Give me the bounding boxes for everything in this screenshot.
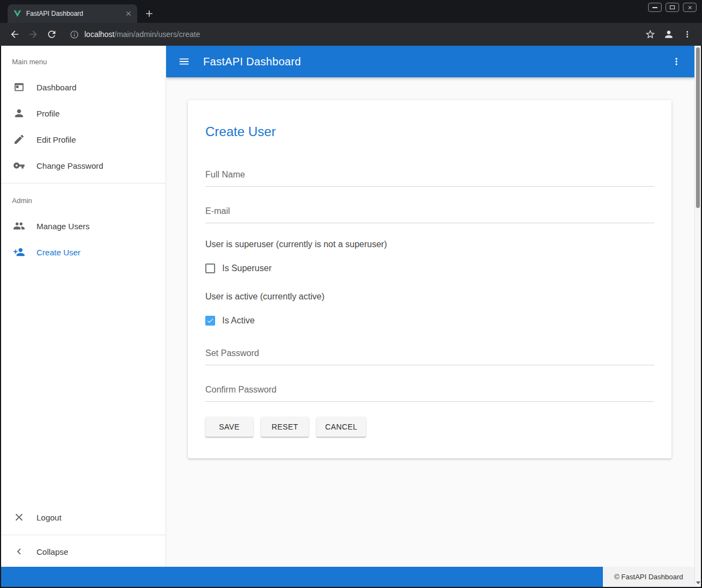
maximize-icon [670,5,675,9]
confirm-password-field [205,383,654,402]
close-icon [687,5,693,10]
url-path: /main/admin/users/create [114,30,200,39]
sidebar-item-label: Profile [36,109,60,118]
key-icon [13,160,25,171]
full-name-input[interactable] [205,168,654,187]
url-host: localhost [84,30,114,39]
sidebar-item-edit-profile[interactable]: Edit Profile [1,126,166,152]
email-field [205,204,654,223]
browser-window: FastAPI Dashboard localhost/m [0,0,702,588]
is-active-checkbox[interactable] [205,316,215,326]
sidebar-item-label: Dashboard [36,83,76,92]
superuser-hint: User is superuser (currently is not a su… [205,240,654,249]
sidebar-section-main-menu: Main menu [12,58,166,66]
person-icon [13,107,25,119]
sidebar: Main menu Dashboard Profile Edit Profile… [1,46,166,567]
sidebar-item-label: Logout [36,513,62,522]
page-content: Create User User is superuser (currently… [166,77,694,458]
sidebar-item-dashboard[interactable]: Dashboard [1,74,166,100]
person-add-icon [13,246,25,258]
tab-close-icon[interactable] [124,9,133,18]
sidebar-item-change-password[interactable]: Change Password [1,152,166,179]
is-superuser-label: Is Superuser [222,264,272,273]
is-active-checkbox-row[interactable]: Is Active [205,316,654,326]
set-password-field [205,346,654,365]
create-user-card: Create User User is superuser (currently… [188,100,672,458]
hamburger-menu-button[interactable] [175,52,193,71]
profile-button[interactable] [660,25,678,44]
sidebar-item-manage-users[interactable]: Manage Users [1,213,166,239]
footer-copyright: © FastAPI Dashboard [614,573,683,581]
cancel-button[interactable]: CANCEL [316,417,366,437]
kebab-menu-icon [682,29,692,39]
sidebar-item-label: Change Password [36,161,103,170]
page-title: Create User [205,124,654,139]
page-scrollbar[interactable] [694,46,701,587]
star-icon [645,29,656,40]
edit-icon [13,133,25,145]
sidebar-item-logout[interactable]: Logout [1,504,166,530]
minimize-icon [652,7,657,8]
browser-toolbar: localhost/main/admin/users/create [0,23,702,46]
reset-button[interactable]: RESET [261,417,309,437]
form-actions: SAVE RESET CANCEL [205,417,654,437]
collapse-icon [13,546,25,558]
set-password-input[interactable] [205,346,654,365]
hamburger-menu-icon [178,56,190,68]
browser-tab[interactable]: FastAPI Dashboard [8,4,137,23]
back-button[interactable] [5,25,24,44]
sidebar-section-admin: Admin [12,197,166,205]
footer-copyright-area: © FastAPI Dashboard [603,567,694,587]
sidebar-item-collapse[interactable]: Collapse [1,540,166,564]
app-title: FastAPI Dashboard [203,56,301,68]
confirm-password-input[interactable] [205,383,654,402]
full-name-field [205,168,654,187]
reload-button[interactable] [42,25,61,44]
is-active-label: Is Active [222,316,255,326]
sidebar-item-create-user[interactable]: Create User [1,239,166,265]
email-input[interactable] [205,204,654,223]
dashboard-icon [13,81,25,93]
sidebar-spacer [1,265,166,504]
address-bar[interactable]: localhost/main/admin/users/create [65,26,637,43]
info-icon [70,30,79,39]
is-superuser-checkbox[interactable] [205,264,215,273]
scrollbar-thumb[interactable] [696,47,700,208]
bookmark-button[interactable] [641,25,660,44]
window-controls [648,3,697,12]
close-button[interactable] [683,3,697,12]
sidebar-item-profile[interactable]: Profile [1,100,166,126]
is-superuser-checkbox-row[interactable]: Is Superuser [205,264,654,273]
browser-menu-button[interactable] [678,25,697,44]
save-button[interactable]: SAVE [205,417,253,437]
people-icon [13,220,25,232]
forward-icon [28,29,39,40]
logout-icon [13,511,25,523]
sidebar-item-label: Create User [36,248,81,257]
minimize-button[interactable] [648,3,662,12]
app-menu-button[interactable] [667,52,686,71]
sidebar-item-label: Manage Users [36,222,90,231]
main-content: FastAPI Dashboard Create User User is su… [166,46,694,567]
vue-favicon-icon [13,9,22,18]
sidebar-item-label: Edit Profile [36,135,76,144]
profile-icon [663,29,674,40]
url-text: localhost/main/admin/users/create [84,30,200,39]
app-toolbar: FastAPI Dashboard [166,46,694,77]
check-icon [206,317,214,324]
browser-tab-strip: FastAPI Dashboard [0,0,702,23]
app-footer: © FastAPI Dashboard [1,567,694,587]
scroll-down-icon[interactable] [696,581,700,584]
maximize-button[interactable] [666,3,679,12]
divider [1,183,166,183]
back-icon [9,29,20,40]
new-tab-button[interactable] [142,6,157,21]
forward-button[interactable] [24,25,42,44]
divider [1,535,166,535]
tab-title: FastAPI Dashboard [26,10,120,17]
active-hint: User is active (currently active) [205,292,654,302]
reload-icon [46,29,57,40]
sidebar-item-label: Collapse [36,547,68,556]
kebab-menu-icon [671,56,682,67]
